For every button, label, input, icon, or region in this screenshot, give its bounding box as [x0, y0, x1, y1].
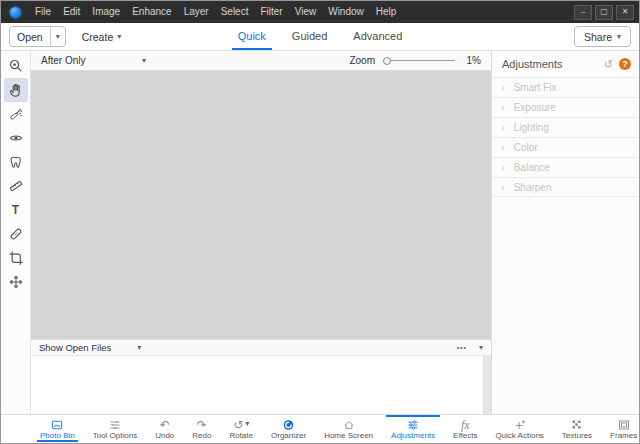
close-button[interactable]: ✕ [616, 5, 634, 20]
ruler-icon [8, 178, 24, 194]
menu-layer[interactable]: Layer [178, 1, 215, 23]
rotate-icon: ↺ [233, 420, 243, 431]
menu-view[interactable]: View [289, 1, 323, 23]
adjustments-icon [406, 419, 420, 431]
tab-guided[interactable]: Guided [286, 23, 333, 50]
canvas-header: After Only ▾ Zoom 1% [31, 51, 491, 71]
menu-help[interactable]: Help [370, 1, 403, 23]
taskbar-label: Organizer [271, 432, 306, 440]
adjustment-label: Smart Fix [514, 82, 557, 93]
reset-icon[interactable]: ↺ [604, 58, 613, 71]
tab-quick[interactable]: Quick [232, 23, 272, 50]
adjustments-panel: Adjustments ↺ ? › Smart Fix › Exposure ›… [491, 51, 639, 414]
chevron-right-icon: › [501, 122, 505, 133]
maximize-button[interactable]: ▢ [595, 5, 613, 20]
more-options-icon[interactable]: ••• [457, 344, 467, 351]
titlebar: File Edit Image Enhance Layer Select Fil… [1, 1, 639, 23]
taskbar-label: Textures [562, 432, 592, 440]
photo-bin-header: Show Open Files ▾ ••• ▾ [31, 339, 491, 356]
share-label: Share [584, 31, 612, 43]
chevron-down-icon: ▾ [51, 33, 65, 41]
menu-select[interactable]: Select [215, 1, 255, 23]
taskbar-rotate[interactable]: ↺ ▾ Rotate [220, 415, 262, 443]
textures-icon [570, 419, 584, 431]
tab-advanced[interactable]: Advanced [347, 23, 408, 50]
menu-enhance[interactable]: Enhance [126, 1, 177, 23]
adjustment-color[interactable]: › Color [492, 137, 639, 157]
taskbar-label: Quick Actions [495, 432, 543, 440]
chevron-right-icon: › [501, 182, 505, 193]
menu-filter[interactable]: Filter [254, 1, 288, 23]
hand-icon [8, 82, 24, 98]
chevron-right-icon: › [501, 162, 505, 173]
share-button[interactable]: Share ▾ [574, 26, 631, 47]
chevron-right-icon: › [501, 82, 505, 93]
menu-image[interactable]: Image [86, 1, 126, 23]
view-mode-label: After Only [41, 55, 85, 66]
menu-file[interactable]: File [29, 1, 57, 23]
adjustment-sharpen[interactable]: › Sharpen [492, 177, 639, 197]
adjustment-smart-fix[interactable]: › Smart Fix [492, 77, 639, 97]
photo-bin-header-actions: ••• ▾ [457, 344, 483, 352]
taskbar-label: Adjustments [391, 432, 435, 440]
home-icon [342, 419, 356, 431]
minimize-button[interactable]: – [574, 5, 592, 20]
spot-healing-tool-button[interactable] [4, 222, 28, 246]
help-icon[interactable]: ? [619, 58, 631, 70]
adjustment-balance[interactable]: › Balance [492, 157, 639, 177]
center-column: After Only ▾ Zoom 1% Show Open Files ▾ [31, 51, 491, 414]
create-button[interactable]: Create ▾ [82, 31, 122, 43]
red-eye-removal-tool-button[interactable] [4, 126, 28, 150]
effects-icon: fx [461, 420, 470, 431]
taskbar-label: Frames [610, 432, 637, 440]
type-tool-button[interactable]: T [4, 198, 28, 222]
straighten-tool-button[interactable] [4, 174, 28, 198]
taskbar-redo[interactable]: ↷ Redo [183, 415, 220, 443]
taskbar-photo-bin[interactable]: Photo Bin [31, 415, 84, 443]
taskbar-label: Rotate [229, 432, 253, 440]
taskbar-frames[interactable]: Frames [601, 415, 640, 443]
adjustment-label: Lighting [514, 122, 549, 133]
frames-icon [617, 419, 631, 431]
taskbar-undo[interactable]: ↶ Undo [146, 415, 183, 443]
open-label: Open [10, 31, 50, 43]
photo-bin[interactable] [31, 356, 491, 414]
adjustment-label: Sharpen [514, 182, 552, 193]
canvas[interactable] [31, 71, 491, 339]
chevron-down-icon: ▾ [245, 420, 249, 428]
window-controls: – ▢ ✕ [574, 5, 634, 20]
app-window: File Edit Image Enhance Layer Select Fil… [0, 0, 640, 444]
zoom-tool-button[interactable] [4, 54, 28, 78]
open-button[interactable]: Open ▾ [9, 26, 66, 47]
adjustment-exposure[interactable]: › Exposure [492, 97, 639, 117]
collapse-bin-icon[interactable]: ▾ [479, 344, 483, 352]
view-mode-dropdown[interactable]: After Only ▾ [41, 55, 146, 66]
create-label: Create [82, 31, 114, 43]
quick-selection-tool-button[interactable] [4, 102, 28, 126]
zoom-slider-knob[interactable] [383, 57, 391, 65]
taskbar-effects[interactable]: fx Effects [444, 415, 486, 443]
menu-window[interactable]: Window [322, 1, 370, 23]
move-tool-button[interactable] [4, 270, 28, 294]
quick-actions-icon [513, 419, 527, 431]
adjustment-lighting[interactable]: › Lighting [492, 117, 639, 137]
crop-tool-button[interactable] [4, 246, 28, 270]
show-open-files-dropdown[interactable]: Show Open Files ▾ [39, 342, 141, 353]
zoom-value: 1% [463, 55, 481, 66]
taskbar-home-screen[interactable]: Home Screen [315, 415, 382, 443]
whiten-teeth-tool-button[interactable] [4, 150, 28, 174]
crop-icon [8, 250, 24, 266]
hand-tool-button[interactable] [4, 78, 28, 102]
taskbar-organizer[interactable]: Organizer [262, 415, 315, 443]
taskbar-label: Photo Bin [40, 432, 75, 440]
taskbar-label: Undo [155, 432, 174, 440]
taskbar-quick-actions[interactable]: Quick Actions [486, 415, 552, 443]
taskbar-tool-options[interactable]: Tool Options [84, 415, 146, 443]
magnifier-icon [8, 58, 24, 74]
menu-edit[interactable]: Edit [57, 1, 86, 23]
zoom-slider[interactable] [383, 56, 455, 66]
photo-bin-scrollbar[interactable] [483, 356, 491, 414]
taskbar-adjustments[interactable]: Adjustments [382, 415, 444, 443]
taskbar-textures[interactable]: Textures [553, 415, 601, 443]
panel-title: Adjustments [502, 58, 563, 70]
